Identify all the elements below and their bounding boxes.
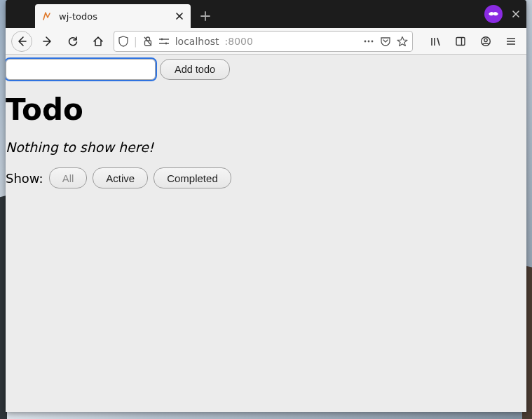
svg-line-11	[437, 38, 439, 46]
hamburger-menu-icon[interactable]	[501, 32, 521, 51]
account-icon[interactable]	[476, 32, 496, 51]
url-port: :8000	[225, 36, 253, 47]
svg-point-7	[368, 40, 370, 42]
page-content: Add todo Todo Nothing to show here! Show…	[6, 55, 526, 412]
sidebar-icon[interactable]	[451, 32, 470, 51]
tab-close-icon[interactable]	[174, 11, 185, 22]
filter-row: Show: All Active Completed	[6, 167, 526, 188]
tab-strip: wj-todos	[6, 0, 526, 28]
svg-rect-12	[456, 37, 465, 45]
filter-active-button[interactable]: Active	[93, 167, 148, 188]
tab-title: wj-todos	[59, 11, 168, 22]
permissions-icon[interactable]	[158, 36, 170, 46]
url-host: localhost	[175, 36, 219, 47]
svg-point-8	[371, 40, 374, 42]
lock-icon[interactable]	[143, 36, 153, 47]
toolbar-right	[425, 32, 521, 51]
meatball-menu-icon[interactable]	[363, 36, 374, 47]
library-icon[interactable]	[425, 32, 445, 51]
forward-button[interactable]	[38, 32, 57, 51]
filter-completed-button[interactable]: Completed	[154, 167, 231, 188]
new-tab-button[interactable]	[195, 6, 216, 27]
page-title: Todo	[6, 92, 526, 127]
reload-button[interactable]	[63, 32, 83, 51]
empty-state-message: Nothing to show here!	[6, 139, 526, 155]
new-todo-input[interactable]	[6, 59, 156, 80]
svg-point-15	[484, 39, 487, 41]
nav-toolbar: | localhost:8000	[6, 28, 526, 55]
tab-favicon-icon	[42, 11, 53, 22]
svg-point-6	[364, 40, 367, 42]
private-browsing-icon	[484, 5, 503, 23]
add-todo-form: Add todo	[6, 59, 526, 80]
window-controls	[484, 0, 522, 28]
bookmark-star-icon[interactable]	[397, 36, 408, 47]
pocket-icon[interactable]	[380, 36, 391, 47]
filter-label: Show:	[6, 171, 43, 186]
add-todo-button[interactable]: Add todo	[160, 59, 230, 80]
tab-wj-todos[interactable]: wj-todos	[35, 4, 191, 28]
home-button[interactable]	[88, 32, 108, 51]
url-bar[interactable]: | localhost:8000	[114, 31, 413, 52]
shield-icon[interactable]	[118, 36, 128, 47]
back-button[interactable]	[11, 31, 32, 52]
svg-line-1	[144, 37, 151, 46]
filter-all-button: All	[49, 167, 88, 188]
browser-window: wj-todos	[6, 0, 526, 412]
window-close-icon[interactable]	[510, 8, 522, 20]
